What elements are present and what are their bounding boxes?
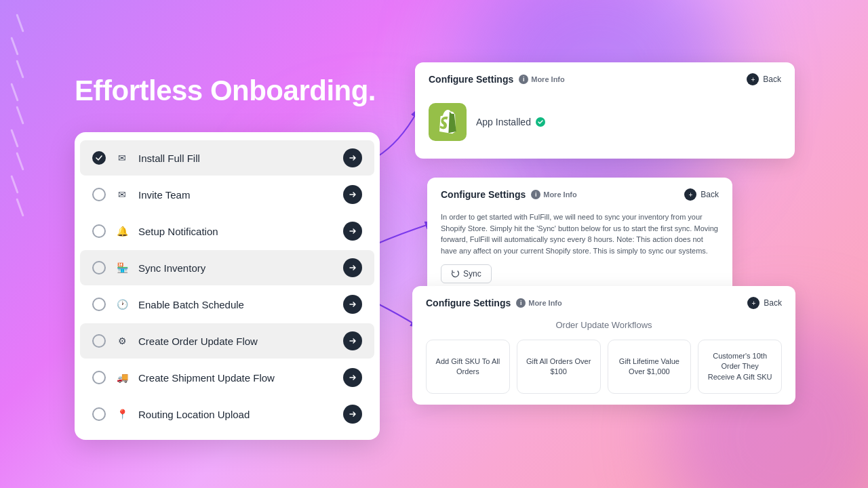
item-arrow-notification[interactable] bbox=[343, 222, 362, 241]
location-icon: 📍 bbox=[114, 406, 130, 422]
item-arrow-sync[interactable] bbox=[343, 258, 362, 277]
check-icon-install bbox=[92, 151, 106, 165]
workflow-card-1[interactable]: Gift All Orders Over $100 bbox=[517, 340, 601, 394]
info-icon-1: i bbox=[519, 75, 528, 84]
back-button-1[interactable]: + Back bbox=[747, 73, 781, 85]
item-arrow-install[interactable] bbox=[343, 148, 362, 167]
item-label-sync: Sync Inventory bbox=[138, 262, 335, 274]
config-header-2: Configure Settings i More Info + Back bbox=[441, 188, 719, 201]
item-label-notification: Setup Notification bbox=[138, 226, 335, 237]
back-button-2[interactable]: + Back bbox=[684, 188, 719, 201]
check-icon-notification bbox=[92, 224, 106, 238]
workflow-card-2[interactable]: Gift Lifetime Value Over $1,000 bbox=[608, 340, 692, 394]
back-circle-3: + bbox=[747, 297, 760, 309]
config-panel-2: Configure Settings i More Info + Back In… bbox=[427, 178, 732, 294]
check-icon-batch bbox=[92, 298, 106, 311]
check-icon-shipment bbox=[92, 371, 106, 384]
workflow-card-3[interactable]: Customer's 10th Order They Receive A Gif… bbox=[698, 340, 782, 394]
settings-icon: ⚙ bbox=[114, 333, 130, 349]
sync-button[interactable]: Sync bbox=[441, 264, 492, 283]
checklist-item-routing[interactable]: 📍 Routing Location Upload bbox=[80, 396, 374, 432]
config-title-2: Configure Settings i More Info bbox=[441, 189, 577, 200]
item-label-install: Install Full Fill bbox=[138, 152, 335, 164]
item-arrow-routing[interactable] bbox=[343, 405, 362, 424]
config-title-1: Configure Settings i More Info bbox=[429, 74, 565, 85]
store-icon: 🏪 bbox=[114, 260, 130, 276]
workflow-card-0[interactable]: Add Gift SKU To All Orders bbox=[426, 340, 510, 394]
config-panel-1: Configure Settings i More Info + Back Ap… bbox=[415, 62, 795, 159]
item-label-order: Create Order Update Flow bbox=[138, 336, 335, 347]
back-circle-1: + bbox=[747, 73, 759, 85]
item-arrow-batch[interactable] bbox=[343, 295, 362, 314]
truck-icon: 🚚 bbox=[114, 369, 130, 386]
item-label-shipment: Create Shipment Update Flow bbox=[138, 372, 335, 384]
check-icon-invite bbox=[92, 188, 106, 201]
more-info-btn-1[interactable]: i More Info bbox=[519, 75, 565, 84]
more-info-btn-3[interactable]: i More Info bbox=[516, 298, 562, 308]
check-icon-order bbox=[92, 334, 106, 348]
item-label-batch: Enable Batch Schedule bbox=[138, 299, 335, 310]
item-label-invite: Invite Team bbox=[138, 189, 335, 201]
checklist-item-shipment-flow[interactable]: 🚚 Create Shipment Update Flow bbox=[80, 360, 374, 395]
item-arrow-order[interactable] bbox=[343, 331, 362, 350]
check-icon-sync bbox=[92, 261, 106, 274]
workflow-cards-container: Add Gift SKU To All Orders Gift All Orde… bbox=[426, 340, 782, 394]
checklist-panel: ✉ Install Full Fill ✉ Invite Team 🔔 Setu… bbox=[75, 132, 380, 440]
checklist-item-batch-schedule[interactable]: 🕐 Enable Batch Schedule bbox=[80, 287, 374, 322]
checklist-item-invite-team[interactable]: ✉ Invite Team bbox=[80, 177, 374, 212]
app-installed-row: App Installed bbox=[429, 96, 781, 148]
clock-icon: 🕐 bbox=[114, 296, 130, 312]
decorative-lines bbox=[14, 14, 21, 217]
team-icon: ✉ bbox=[114, 186, 130, 203]
checklist-item-order-flow[interactable]: ⚙ Create Order Update Flow bbox=[80, 323, 374, 359]
config-header-3: Configure Settings i More Info + Back bbox=[426, 297, 782, 309]
workflow-title: Order Update Workflows bbox=[426, 320, 782, 330]
page-title: Effortless Onboarding. bbox=[75, 75, 376, 107]
checklist-item-setup-notification[interactable]: 🔔 Setup Notification bbox=[80, 214, 374, 249]
item-arrow-shipment[interactable] bbox=[343, 368, 362, 387]
check-icon-routing bbox=[92, 407, 106, 421]
config-header-1: Configure Settings i More Info + Back bbox=[429, 73, 781, 85]
back-button-3[interactable]: + Back bbox=[747, 297, 782, 309]
item-label-routing: Routing Location Upload bbox=[138, 409, 335, 420]
bell-icon: 🔔 bbox=[114, 223, 130, 239]
shopify-icon bbox=[429, 103, 467, 141]
sync-body-text: In order to get started with FulFill, we… bbox=[441, 211, 719, 256]
info-icon-3: i bbox=[516, 298, 526, 308]
app-installed-text: App Installed bbox=[476, 117, 546, 127]
info-icon-2: i bbox=[531, 190, 540, 199]
item-arrow-invite[interactable] bbox=[343, 185, 362, 204]
more-info-btn-2[interactable]: i More Info bbox=[531, 190, 577, 199]
mail-icon: ✉ bbox=[114, 150, 130, 166]
config-title-3: Configure Settings i More Info bbox=[426, 298, 562, 308]
config-panel-3: Configure Settings i More Info + Back Or… bbox=[412, 286, 795, 405]
checklist-item-sync-inventory[interactable]: 🏪 Sync Inventory bbox=[80, 250, 374, 285]
checklist-item-install-full-fill[interactable]: ✉ Install Full Fill bbox=[80, 140, 374, 176]
back-circle-2: + bbox=[684, 188, 696, 201]
